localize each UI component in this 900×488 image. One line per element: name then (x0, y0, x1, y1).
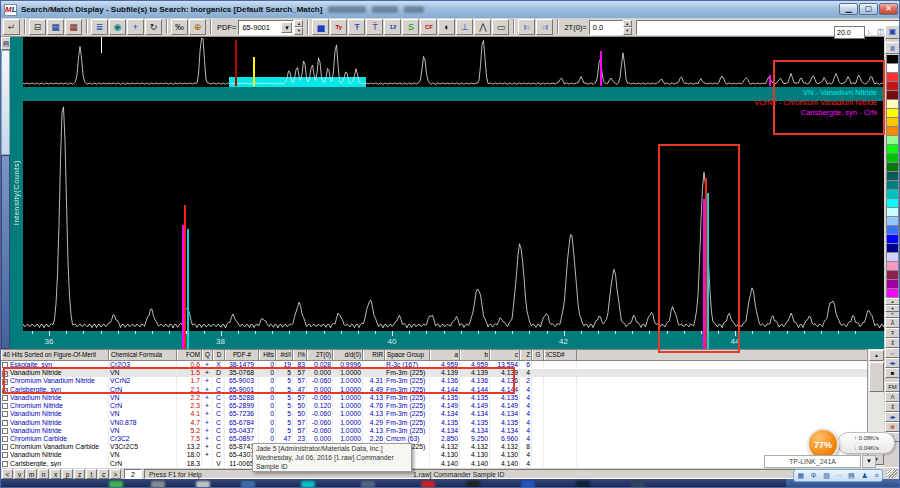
cell-name[interactable]: Chromium Vanadium Carbide (1, 443, 109, 451)
color-swatch[interactable] (886, 208, 899, 217)
ime-language-bar[interactable]: ▦Φ▨··▤♟≡ (793, 469, 883, 482)
taskbar-item[interactable] (576, 481, 590, 488)
taskbar-item[interactable] (301, 481, 315, 488)
column-header[interactable]: #d/I (276, 350, 293, 360)
column-header[interactable]: G (532, 350, 544, 360)
peaklabel-icon[interactable]: ⊥ (456, 19, 473, 35)
overview-spectrum[interactable] (23, 37, 884, 87)
pager-button-nav[interactable]: > (110, 469, 121, 479)
ime-icon[interactable]: ▤ (848, 470, 855, 481)
stickpattern-icon[interactable]: ▅ (312, 19, 329, 35)
vertical-zoom-slider[interactable] (1, 50, 10, 155)
column-header[interactable]: FOM (177, 350, 202, 360)
peak-hat-icon[interactable]: Â (885, 318, 900, 328)
taskbar-item[interactable] (521, 481, 535, 488)
scrollbar-thumb[interactable] (869, 362, 884, 392)
close-button[interactable]: ✕ (879, 3, 898, 15)
minimize-button[interactable]: ▁ (839, 3, 858, 15)
taskbar-item[interactable] (151, 481, 165, 488)
cell-name[interactable]: Vanadium Nitride (1, 427, 109, 435)
pager-button-n[interactable]: n (38, 469, 49, 479)
table-row[interactable]: Chromium CarbideCr3C27.5+C65-0897047230.… (1, 435, 867, 443)
stick-top-icon[interactable]: Ŧ (348, 19, 365, 35)
color-swatch[interactable] (886, 271, 899, 280)
pager-button-p[interactable]: p (62, 469, 73, 479)
lambda-icon[interactable]: Λ (885, 392, 900, 402)
table-row[interactable]: Vanadium NitrideVN0.8784.7+C65-67840557-… (1, 419, 867, 427)
pager-button-v[interactable]: v (14, 469, 25, 479)
pattern-lines-icon[interactable]: ||| (885, 42, 900, 54)
dualaxis-icon[interactable]: 12 (384, 19, 401, 35)
column-header[interactable]: Hits (259, 350, 276, 360)
refresh-icon[interactable]: ↻ (145, 19, 162, 35)
row-checkbox[interactable] (2, 411, 8, 417)
taskbar-item[interactable] (361, 481, 375, 488)
color-swatch[interactable] (886, 82, 899, 91)
taskbar-item[interactable] (631, 481, 645, 488)
color-swatch[interactable] (886, 235, 899, 244)
ime-icon[interactable]: ▨ (823, 470, 830, 481)
vertical-zoom-slider-lower[interactable] (1, 155, 10, 349)
color-swatch[interactable] (886, 217, 899, 226)
pager-button-c[interactable]: c (98, 469, 109, 479)
column-header[interactable]: 2T(0) (307, 350, 333, 360)
pdf-combobox[interactable]: 65-9001▼ (238, 20, 294, 35)
report-icon[interactable]: ≣ (91, 19, 108, 35)
contrast-icon[interactable]: ◐ (438, 19, 455, 35)
row-checkbox[interactable] (2, 444, 8, 450)
table-row[interactable]: Vanadium NitrideVN18.0+C65-43074.1304.13… (1, 451, 867, 459)
column-header[interactable]: b (460, 350, 490, 360)
table-row[interactable]: Vanadium NitrideVN4.1+C65-72360550-0.060… (1, 410, 867, 418)
delete-icon[interactable]: ⊗ (885, 422, 900, 432)
color-swatch[interactable] (886, 244, 899, 253)
column-header[interactable]: c (490, 350, 520, 360)
row-checkbox[interactable] (2, 461, 8, 467)
pager-button-m[interactable]: m (26, 469, 37, 479)
color-swatch[interactable] (886, 55, 899, 64)
color-swatch[interactable] (886, 154, 899, 163)
save-icon[interactable]: ▦ (47, 19, 64, 35)
column-header[interactable]: PDF-# (225, 350, 259, 360)
ime-icon[interactable]: ≡ (875, 470, 879, 481)
cell-name[interactable]: Vanadium Nitride (1, 410, 109, 418)
cell-name[interactable]: Vanadium Nitride (1, 394, 109, 402)
vfit-icon[interactable]: ⇕ (885, 338, 900, 348)
ime-icon[interactable]: ·· (837, 470, 842, 481)
row-checkbox[interactable] (2, 452, 8, 458)
overlay-icon[interactable]: Ty (330, 19, 347, 35)
taskbar-item[interactable] (196, 481, 210, 488)
color-swatch[interactable] (886, 181, 899, 190)
apply-icon[interactable]: ↵ (3, 19, 20, 35)
pdf-spinner[interactable]: ▲▼ (294, 20, 303, 35)
web-icon[interactable]: ◉ (109, 19, 126, 35)
column-header[interactable]: 40 Hits Sorted on Figure-Of-Merit (1, 350, 109, 360)
chevron-down-icon[interactable]: ▼ (862, 455, 876, 468)
row-checkbox[interactable] (2, 395, 8, 401)
fm-button[interactable]: FM (885, 382, 900, 392)
globe-icon[interactable]: ⊕ (189, 19, 206, 35)
column-header[interactable]: I% (293, 350, 307, 360)
cell-name[interactable]: Chromium Nitride (1, 402, 109, 410)
color-swatch[interactable] (886, 262, 899, 271)
hsplit-icon[interactable]: ◂▸ (885, 358, 900, 368)
wifi-network-label[interactable]: TP-LINK_241A (764, 455, 861, 468)
color-swatch[interactable] (886, 73, 899, 82)
monitor-icon[interactable]: ▣ (885, 25, 900, 39)
column-header[interactable]: Z (520, 350, 532, 360)
title-bar[interactable]: ML Search/Match Display - Subfile(s) to … (1, 1, 900, 18)
ime-icon[interactable]: ▦ (797, 470, 804, 481)
taskbar-item[interactable] (241, 481, 255, 488)
color-swatch[interactable] (886, 172, 899, 181)
color-swatch[interactable] (886, 253, 899, 262)
color-swatch[interactable] (886, 280, 899, 289)
row-checkbox[interactable] (2, 428, 8, 434)
pager-button-t[interactable]: t (86, 469, 97, 479)
palette-spinner[interactable]: ▲▼ (885, 298, 900, 308)
table-row[interactable]: Chromium NitrideCrN2.3+C65-289905500.120… (1, 402, 867, 410)
pager-button-nav[interactable]: < (2, 469, 13, 479)
two-theta-input[interactable]: 0.0 (589, 20, 623, 35)
percent-icon[interactable]: ‰ (171, 19, 188, 35)
row-checkbox[interactable] (2, 420, 8, 426)
ime-icon[interactable]: Φ (811, 470, 817, 481)
scroll-up-icon[interactable]: ▲ (869, 350, 884, 361)
